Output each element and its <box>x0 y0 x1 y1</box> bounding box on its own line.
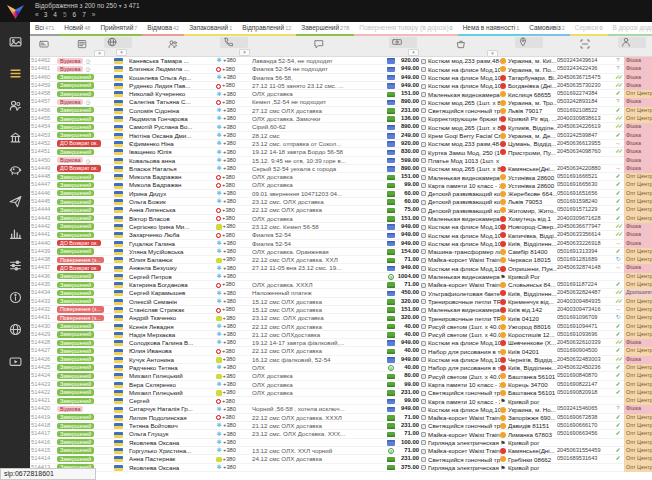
tab-out-of-stock[interactable]: Нема в наявності1 <box>458 22 525 36</box>
order-row[interactable]: 514445ЗавершенийОльга Божик✻+38023.12 см… <box>30 198 652 206</box>
order-row[interactable]: 514447ЗавершенийМикола Бадражан+380ОЛХ д… <box>30 181 652 189</box>
order-row[interactable]: 514455ЗавершенийЛюдмила Гончарова✻+380ОЛ… <box>30 115 652 123</box>
order-row[interactable]: 514425ЗавершенийРадченко Тетяна✻+380ОЛХ₴… <box>30 364 652 372</box>
order-row[interactable]: 514441ЗавершенийЗахарченко Люба+380Фиалк… <box>30 231 652 239</box>
tab-accepted[interactable]: Прийнятий7 <box>95 22 142 36</box>
page-button-5[interactable]: 5 <box>63 11 67 18</box>
column-comment[interactable] <box>252 36 385 57</box>
order-row[interactable]: 514420ВідмоваСитарчук Наталія Гр...✻+380… <box>30 405 652 413</box>
settings-sliders-icon[interactable] <box>0 252 30 278</box>
order-row[interactable]: 514443ЗавершенийВіктор Власов+380ОЛХ дос… <box>30 215 652 223</box>
order-row[interactable]: 514434ЗавершенийСергей Карамышев✻+380Нал… <box>30 289 652 297</box>
last-page-button[interactable]: » <box>92 11 95 18</box>
dashboard-icon[interactable] <box>0 28 30 54</box>
order-row[interactable]: 514453ЗавершенийНікітіна Оксана Дми...✻+… <box>30 132 652 140</box>
order-price: 949.00 <box>397 223 421 231</box>
order-row[interactable]: 514430ЗавершенийКсенія Левадня✻+38022.12… <box>30 323 652 331</box>
order-row[interactable]: 514460ЗавершенийКошелева Ольга Ар...✻+38… <box>30 74 652 82</box>
first-page-button[interactable]: « <box>35 11 38 18</box>
finance-piggy-icon[interactable] <box>0 156 30 182</box>
bank-icon[interactable] <box>0 124 30 150</box>
column-status-filter[interactable]: ▾ <box>94 50 105 57</box>
column-client[interactable] <box>129 36 216 57</box>
order-row[interactable]: 514448ЗавершенийМикола Бадражан+380ОЛХ д… <box>30 173 652 181</box>
order-row[interactable]: 514423ЗавершенийВера Скляренко✻+380ОЛХ д… <box>30 381 652 389</box>
column-country[interactable]: ▾ <box>107 36 129 57</box>
order-row[interactable]: 514416ЗавершенийЯковлева Оксана✻+380100.… <box>30 439 652 447</box>
order-row[interactable]: 514449ДО Возврат ок.Власюк Наталья✻+380С… <box>30 165 652 173</box>
tracking-number: 0503241546065 <box>557 405 612 413</box>
column-country-filter[interactable]: ▾ <box>116 49 127 56</box>
ok2-status-icon: ✓✓ <box>612 123 624 131</box>
tab-done[interactable]: Завершений278 <box>296 22 354 36</box>
tab-pickup[interactable]: Самовивіз2 <box>524 22 570 36</box>
column-manager[interactable] <box>612 36 652 57</box>
orders-list-icon[interactable] <box>0 60 30 86</box>
order-row[interactable]: 514426ЗавершенийКучук Антонина+38016.12 … <box>30 356 652 364</box>
order-row[interactable]: 514419ЗавершенийЛилия Подолинская+38022.… <box>30 414 652 422</box>
tab-packed[interactable]: Запакований1 <box>184 22 237 36</box>
column-payment-filter[interactable]: ▾ <box>408 49 419 56</box>
tab-refused[interactable]: Відмова42 <box>142 22 184 36</box>
tab-sent[interactable]: Відправлений12 <box>237 22 296 36</box>
order-row[interactable]: 514437ДО Возврат ок.Анжела Безушку✻+3802… <box>30 264 652 272</box>
column-payment[interactable]: ▾ <box>385 36 421 57</box>
clients-icon[interactable] <box>0 92 30 118</box>
order-row[interactable]: 514459ЗавершенийРуденко Лидия Пав...+380… <box>30 82 652 90</box>
order-row[interactable]: 514422ЗавершенийМихаил Гилецький+380ОЛХ … <box>30 389 652 397</box>
page-button-4[interactable]: 4 <box>53 11 57 18</box>
send-campaign-icon[interactable] <box>0 188 30 214</box>
order-row[interactable]: 514424ЗавершенийМихаил Гилецький+380ОЛХ … <box>30 372 652 380</box>
order-row[interactable]: 514446ЗавершенийИрина Дидух✻+38009.01 зв… <box>30 190 652 198</box>
order-row[interactable]: 514417ЗавершенийОльга Глущук✻+38023.12 с… <box>30 430 652 438</box>
order-row[interactable]: 514421ЗавершенийСергей+38099.00Карта пам… <box>30 397 652 405</box>
globe-icon[interactable] <box>0 316 30 342</box>
column-id[interactable] <box>30 36 57 57</box>
tab-way-home[interactable]: В дорозі додому0 <box>608 22 652 36</box>
order-row[interactable]: 514458ЗавершенийНиколай Кучеренко✻+380ОЛ… <box>30 90 652 98</box>
column-address[interactable] <box>500 36 557 57</box>
order-row[interactable]: 514414ЗавершенийАнна Пастернак+38024.12 … <box>30 455 652 463</box>
order-row[interactable]: 514456ЗавершенийСоломія Сідоніна✻+38027.… <box>30 107 652 115</box>
info-icon[interactable] <box>0 284 30 310</box>
order-row[interactable]: 514461Відмова◷Близнюк Людмила ...+380Фиа… <box>30 65 652 73</box>
column-phone[interactable]: ▾ <box>216 36 252 57</box>
tab-all[interactable]: Всі471 <box>30 22 59 36</box>
order-row[interactable]: 514428ЗавершенийСолодкова Галина В...✻+3… <box>30 339 652 347</box>
order-row[interactable]: 514429ЗавершенийНадія Мерзаєва✻+38021.12… <box>30 331 652 339</box>
order-row[interactable]: 514440ДО Возврат ок.Гуцалюк Галина✻+380Ф… <box>30 240 652 248</box>
column-status[interactable]: ▾ <box>57 36 107 57</box>
order-row[interactable]: 514438Повернення (з...Юлия Баланюк+38022… <box>30 256 652 264</box>
order-row[interactable]: 514433ЗавершенийОлексій Семанін✻+38015.1… <box>30 298 652 306</box>
page-size-caret-icon[interactable]: ▾ <box>117 3 124 9</box>
order-row[interactable]: 514413ЗавершенийЯковлева Оксана✻+380375.… <box>30 464 652 472</box>
order-row[interactable]: 514435ЗавершенийКатерина Богданова+380ОЛ… <box>30 281 652 289</box>
order-row[interactable]: 514418ЗавершенийТетяна Войтович✻+38021.1… <box>30 422 652 430</box>
order-row[interactable]: 514450Відмова◷Ковальова анна✻+38015.12. … <box>30 157 652 165</box>
column-phone-filter[interactable]: ▾ <box>239 49 250 56</box>
video-icon[interactable] <box>0 348 30 374</box>
tab-new[interactable]: Новий48 <box>59 22 95 36</box>
page-button-3[interactable]: 3 <box>44 11 48 18</box>
column-product[interactable]: ▾ <box>421 36 500 57</box>
order-row[interactable]: 514439ЗавершенийУляна Мусійовська✻+380ОЛ… <box>30 248 652 256</box>
page-button-7[interactable]: 7 <box>82 11 86 18</box>
statistics-icon[interactable] <box>0 220 30 246</box>
order-row[interactable]: 514457Відмова◷Салегіна Татьяна С...+380К… <box>30 98 652 106</box>
order-row[interactable]: 514442ЗавершенийСергієнко Ірина Ми...+38… <box>30 223 652 231</box>
tab-return-transit[interactable]: Повернення товару (в дорозі)0 <box>354 22 457 36</box>
order-row[interactable]: 514462Відмова◷Каневська Тамара ...✻+380Л… <box>30 57 652 65</box>
order-row[interactable]: 514454ЗавершенийСамотій Руслана Во...✻+3… <box>30 123 652 131</box>
order-row[interactable]: 514452ДО Возврат ок.Єфименко Ніна✻+38023… <box>30 140 652 148</box>
page-button-6[interactable]: 6 <box>73 11 77 18</box>
column-tracking[interactable] <box>557 36 612 57</box>
order-row[interactable]: 514427ЗавершенийЮлия Иванова+38022.12 см… <box>30 347 652 355</box>
order-row[interactable]: 514451ЗавершенийІващенко Юлія✻+38019.12 … <box>30 148 652 156</box>
order-row[interactable]: 514444ЗавершенийАнна Липенська+38022.12 … <box>30 206 652 214</box>
tab-services[interactable]: Сервіси0 <box>570 22 608 36</box>
column-product-filter[interactable]: ▾ <box>487 50 498 57</box>
order-row[interactable]: 514432Повернення (з...Станіслав Стрижак+… <box>30 306 652 314</box>
order-row[interactable]: 514415ЗавершенийГоргулько Христина...✻+3… <box>30 447 652 455</box>
order-row[interactable]: 514431Повернення (з...Андрій Ткаченко+38… <box>30 314 652 322</box>
order-row[interactable]: 514436ЗавершенийСергей Петров✻+380₴1004.… <box>30 273 652 281</box>
